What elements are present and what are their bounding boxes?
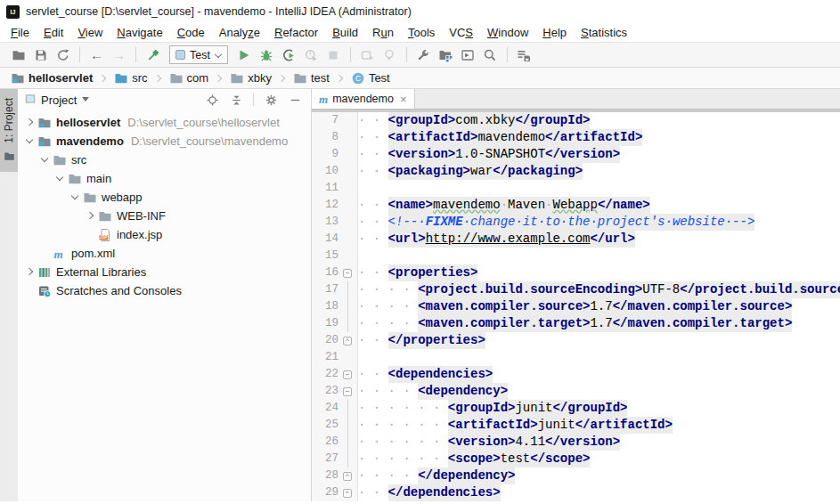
- menu-code[interactable]: Code: [170, 25, 212, 40]
- tree-item-label: index.jsp: [117, 228, 162, 241]
- menu-window[interactable]: Window: [480, 25, 535, 40]
- code-line-text: · · <properties>: [358, 264, 840, 281]
- line-number: 8: [312, 129, 338, 146]
- menu-vcs[interactable]: VCS: [442, 25, 480, 40]
- tree-item-scratches-and-consoles[interactable]: Scratches and Consoles: [18, 281, 311, 300]
- debug-icon[interactable]: [256, 45, 278, 66]
- chevron-right-icon[interactable]: [23, 265, 37, 280]
- run-icon[interactable]: [233, 45, 256, 66]
- gutter-fold-column: [338, 112, 358, 129]
- breadcrumb-xbky[interactable]: xbky: [228, 71, 273, 85]
- tree-item-mavendemo[interactable]: mavendemoD:\servlet_course\mavendemo: [18, 132, 311, 150]
- tree-item-src[interactable]: src: [18, 150, 311, 169]
- breadcrumb-separator-icon: [337, 75, 344, 82]
- tree-item-pom-xml[interactable]: mpom.xml: [18, 244, 311, 263]
- token-cmt: ·change·it·to·the·project's·website·-->: [463, 215, 755, 229]
- chevron-down-icon[interactable]: [69, 191, 83, 205]
- tab-mavendemo[interactable]: m mavendemo ×: [312, 89, 415, 109]
- tree-item-path: D:\servlet_course\mavendemo: [131, 134, 288, 148]
- run-anything-icon[interactable]: [457, 45, 479, 66]
- search-everywhere-icon[interactable]: [479, 45, 502, 66]
- line-number: 25: [312, 417, 338, 434]
- build-hammer-icon[interactable]: [142, 45, 164, 66]
- open-icon[interactable]: [7, 45, 29, 66]
- gutter-fold-column: [338, 197, 358, 214]
- line-number: 12: [312, 197, 338, 214]
- token-tag: </packaging>: [493, 164, 583, 178]
- code-line-text: [358, 180, 840, 197]
- menu-edit[interactable]: Edit: [37, 25, 70, 40]
- menu-tools[interactable]: Tools: [401, 25, 442, 40]
- wrench-icon[interactable]: [412, 45, 435, 66]
- save-settings-icon[interactable]: [513, 45, 535, 66]
- settings-icon[interactable]: [261, 90, 281, 110]
- highlighted-code: <groupId>junit</groupId>: [448, 400, 628, 417]
- close-icon[interactable]: ×: [398, 93, 407, 105]
- chevron-right-icon[interactable]: [23, 116, 37, 130]
- menu-refactor[interactable]: Refactor: [267, 25, 325, 40]
- forward-icon[interactable]: →: [108, 45, 130, 66]
- chevron-down-icon[interactable]: [23, 134, 37, 149]
- synchronize-icon[interactable]: [52, 45, 74, 66]
- highlighted-code: <packaging>war</packaging>: [388, 163, 583, 180]
- project-structure-icon[interactable]: [435, 45, 457, 66]
- token-tag: <artifactId>: [448, 418, 538, 432]
- chevron-down-icon[interactable]: [38, 153, 53, 167]
- project-folder-icon: [4, 150, 15, 166]
- menu-run[interactable]: Run: [365, 25, 401, 40]
- code-line-21: 21: [312, 349, 840, 366]
- line-number: 16: [312, 264, 338, 281]
- locate-icon[interactable]: [202, 90, 222, 110]
- fold-collapse-icon[interactable]: −: [343, 370, 352, 379]
- fold-end-icon[interactable]: ^: [343, 489, 352, 498]
- project-tool-window-label: 1: Project: [3, 98, 15, 143]
- gutter-fold-column: [338, 451, 358, 467]
- menu-navigate[interactable]: Navigate: [110, 25, 169, 40]
- tree-item-external-libraries[interactable]: External Libraries: [18, 263, 311, 281]
- profiler-icon[interactable]: [300, 45, 322, 66]
- update-application-icon[interactable]: [379, 45, 401, 66]
- tree-item-main[interactable]: main: [18, 169, 311, 188]
- chevron-placeholder: [38, 247, 53, 261]
- menu-file[interactable]: File: [4, 25, 37, 40]
- run-with-coverage-icon[interactable]: [278, 45, 300, 66]
- tree-item-index-jsp[interactable]: JSPindex.jsp: [18, 225, 311, 244]
- code-editor[interactable]: 7· · <groupId>com.xbky</groupId>8· · <ar…: [312, 112, 840, 501]
- window-title: servlet_course [D:\servlet_course] - mav…: [26, 5, 412, 18]
- fold-end-icon[interactable]: ^: [343, 472, 352, 481]
- highlighted-code: <project.build.sourceEncoding>UTF-8</pro…: [418, 281, 840, 298]
- project-tool-window-button[interactable]: 1: Project: [0, 89, 18, 172]
- whitespace-dots: · · · ·: [358, 468, 418, 483]
- project-panel-title[interactable]: Project: [41, 93, 77, 107]
- fold-collapse-icon[interactable]: −: [343, 387, 352, 396]
- chevron-down-icon[interactable]: [81, 96, 88, 103]
- breadcrumb-test[interactable]: test: [291, 71, 331, 85]
- rerun-icon[interactable]: [356, 45, 379, 66]
- tree-item-helloservlet[interactable]: helloservletD:\servlet_course\helloservl…: [18, 113, 311, 132]
- breadcrumb-test[interactable]: CTest: [349, 71, 392, 85]
- save-all-icon[interactable]: [29, 45, 52, 66]
- tree-item-web-inf[interactable]: WEB-INF: [18, 207, 311, 225]
- tree-item-webapp[interactable]: webapp: [18, 188, 311, 207]
- gutter-fold-column: [338, 129, 358, 146]
- stop-icon[interactable]: [322, 45, 345, 66]
- menu-help[interactable]: Help: [535, 25, 574, 40]
- menu-analyze[interactable]: Analyze: [212, 25, 267, 40]
- breadcrumb-com[interactable]: com: [167, 71, 211, 85]
- chevron-down-icon[interactable]: [53, 172, 68, 186]
- hide-icon[interactable]: [285, 90, 305, 110]
- collapse-all-icon[interactable]: [226, 90, 246, 110]
- breadcrumb-helloservlet[interactable]: helloservlet: [9, 71, 94, 85]
- back-icon[interactable]: ←: [86, 45, 108, 66]
- whitespace-dots: · · · · · ·: [358, 401, 448, 415]
- menu-view[interactable]: View: [70, 25, 110, 40]
- project-folder-icon: [37, 134, 53, 149]
- menu-build[interactable]: Build: [325, 25, 365, 40]
- fold-collapse-icon[interactable]: −: [343, 269, 352, 278]
- code-line-text: · · · · · · <artifactId>junit</artifactI…: [358, 417, 840, 434]
- fold-end-icon[interactable]: ^: [343, 337, 352, 345]
- run-config-select[interactable]: Test: [169, 45, 228, 64]
- menu-statistics[interactable]: Statistics: [574, 25, 634, 40]
- breadcrumb-src[interactable]: src: [112, 71, 149, 85]
- chevron-right-icon[interactable]: [84, 209, 98, 224]
